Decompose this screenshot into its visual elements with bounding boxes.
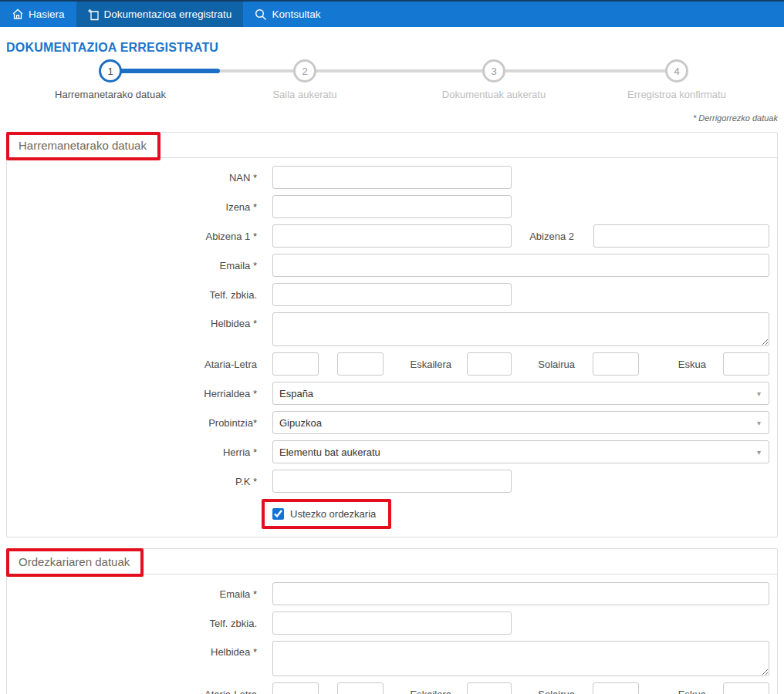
step-circle-2: 2	[293, 59, 316, 83]
representative-data-panel: Ordezkariaren datuak Emaila * Telf. zbki…	[6, 548, 778, 694]
form-row-rep-helbidea: Helbidea *	[7, 641, 769, 676]
rep-eskua-input[interactable]	[723, 682, 769, 694]
page-title: DOKUMENTAZIOA ERREGISTRATU	[6, 41, 778, 55]
rep-solairua-input[interactable]	[593, 682, 639, 694]
rep-helbidea-textarea[interactable]	[272, 641, 769, 676]
herrialdea-select[interactable]: España ▾	[272, 382, 769, 405]
nav-tab-label: Dokumentazioa erregistratu	[104, 8, 232, 20]
abizena2-input[interactable]	[593, 224, 769, 248]
step-number: 4	[674, 66, 679, 77]
search-icon	[255, 8, 267, 21]
rep-solairua-label: Solairua	[512, 689, 575, 694]
rep-eskua-label: Eskua	[639, 689, 706, 694]
abizena1-label: Abizena 1 *	[7, 231, 272, 242]
rep-telf-label: Telf. zbkia.	[7, 618, 272, 629]
required-fields-note: * Derrigorrezko datuak	[6, 113, 778, 123]
nan-label: NAN *	[7, 172, 272, 184]
herrialdea-label: Herrialdea *	[7, 388, 272, 399]
chevron-down-icon: ▾	[757, 448, 761, 456]
abizena1-input[interactable]	[272, 224, 512, 248]
abizena2-label: Abizena 2	[512, 231, 574, 242]
annotation-box-ustezko-checkbox: Ustezko ordezkaria	[262, 499, 391, 529]
rep-emaila-input[interactable]	[272, 582, 769, 605]
ataria-input[interactable]	[272, 352, 319, 376]
nav-tab-dokumentazioa-erregistratu[interactable]: Dokumentazioa erregistratu	[76, 2, 244, 27]
pk-input[interactable]	[272, 470, 512, 493]
telf-label: Telf. zbkia.	[7, 289, 272, 301]
emaila-input[interactable]	[272, 254, 769, 277]
ustezko-ordezkaria-checkbox[interactable]	[272, 508, 284, 520]
chevron-down-icon: ▾	[757, 389, 761, 398]
solairua-input[interactable]	[593, 352, 639, 376]
helbidea-textarea[interactable]	[272, 312, 769, 346]
annotation-box-representative-title: Ordezkariaren datuak	[6, 548, 144, 577]
step-circle-4: 4	[665, 59, 688, 83]
wizard-stepper: 1 2 3 4 Harremanetarako datuak Saila auk…	[6, 59, 778, 110]
helbidea-label: Helbidea *	[7, 312, 272, 329]
nan-input[interactable]	[272, 166, 512, 189]
contact-data-panel: Harremanetarako datuak NAN * Izena * Abi…	[6, 132, 778, 537]
step-number: 2	[302, 66, 307, 77]
probintzia-select[interactable]: Gipuzkoa ▾	[272, 411, 769, 434]
nav-tab-hasiera[interactable]: Hasiera	[0, 2, 76, 27]
selected-value: Elementu bat aukeratu	[279, 446, 380, 458]
home-icon	[12, 8, 24, 20]
izena-input[interactable]	[272, 195, 512, 218]
nav-tab-label: Kontsultak	[272, 8, 320, 20]
nav-tab-label: Hasiera	[29, 8, 65, 20]
probintzia-label: Probintzia*	[7, 417, 272, 429]
form-row-izena: Izena *	[7, 195, 769, 218]
document-add-icon	[88, 8, 100, 21]
herria-select[interactable]: Elementu bat aukeratu ▾	[272, 440, 769, 463]
form-row-nan: NAN *	[7, 166, 769, 189]
pk-label: P.K *	[7, 476, 272, 487]
form-row-emaila: Emaila *	[7, 254, 769, 277]
panel-body: Emaila * Telf. zbkia. Helbidea * Ataria-…	[7, 574, 777, 694]
step-circle-1: 1	[99, 59, 122, 83]
step-label-3: Dokumentuak aukeratu	[401, 89, 586, 100]
rep-ataria-letra-label: Ataria-Letra	[7, 689, 272, 694]
form-row-telf: Telf. zbkia.	[7, 283, 769, 306]
form-row-helbidea: Helbidea *	[7, 312, 769, 346]
form-row-rep-emaila: Emaila *	[7, 582, 769, 605]
form-row-herria: Herria * Elementu bat aukeratu ▾	[7, 440, 769, 463]
ataria-letra-label: Ataria-Letra	[7, 359, 272, 370]
step-label-1: Harremanetarako datuak	[18, 89, 203, 100]
rep-telf-input[interactable]	[272, 611, 512, 635]
step-label-4: Erregistroa konfirmatu	[584, 89, 769, 100]
panel-head: Harremanetarako datuak	[7, 133, 777, 158]
herria-label: Herria *	[7, 446, 272, 458]
eskua-input[interactable]	[723, 352, 769, 376]
section-title: Harremanetarako datuak	[19, 139, 147, 152]
telf-input[interactable]	[272, 283, 512, 306]
section-title: Ordezkariaren datuak	[19, 555, 130, 568]
eskailera-input[interactable]	[467, 352, 512, 376]
step-number: 1	[107, 66, 113, 77]
selected-value: Gipuzkoa	[279, 417, 322, 429]
stepper-progress	[110, 69, 220, 73]
chevron-down-icon: ▾	[757, 419, 761, 427]
rep-emaila-label: Emaila *	[7, 588, 272, 600]
form-row-rep-ataria: Ataria-Letra Eskailera Solairua Eskua	[7, 682, 769, 694]
step-label-2: Saila aukeratu	[212, 89, 397, 100]
panel-body: NAN * Izena * Abizena 1 * Abizena 2 Emai…	[7, 158, 777, 537]
letra-input[interactable]	[337, 352, 384, 376]
ustezko-ordezkaria-label: Ustezko ordezkaria	[290, 508, 376, 520]
panel-head: Ordezkariaren datuak	[7, 549, 777, 574]
selected-value: España	[279, 388, 313, 399]
izena-label: Izena *	[7, 201, 272, 213]
rep-helbidea-label: Helbidea *	[7, 641, 272, 658]
form-row-herrialdea: Herrialdea * España ▾	[7, 382, 769, 405]
form-row-abizenak: Abizena 1 * Abizena 2	[7, 224, 769, 248]
nav-tab-kontsultak[interactable]: Kontsultak	[243, 2, 332, 27]
rep-eskailera-input[interactable]	[467, 682, 512, 694]
emaila-label: Emaila *	[7, 260, 272, 271]
eskua-label: Eskua	[639, 359, 706, 370]
eskailera-label: Eskailera	[384, 359, 451, 370]
form-row-probintzia: Probintzia* Gipuzkoa ▾	[7, 411, 769, 434]
rep-ataria-input[interactable]	[272, 682, 319, 694]
form-row-pk: P.K *	[7, 470, 769, 493]
step-circle-3: 3	[482, 59, 505, 83]
form-row-ataria: Ataria-Letra Eskailera Solairua Eskua	[7, 352, 769, 376]
rep-letra-input[interactable]	[337, 682, 384, 694]
